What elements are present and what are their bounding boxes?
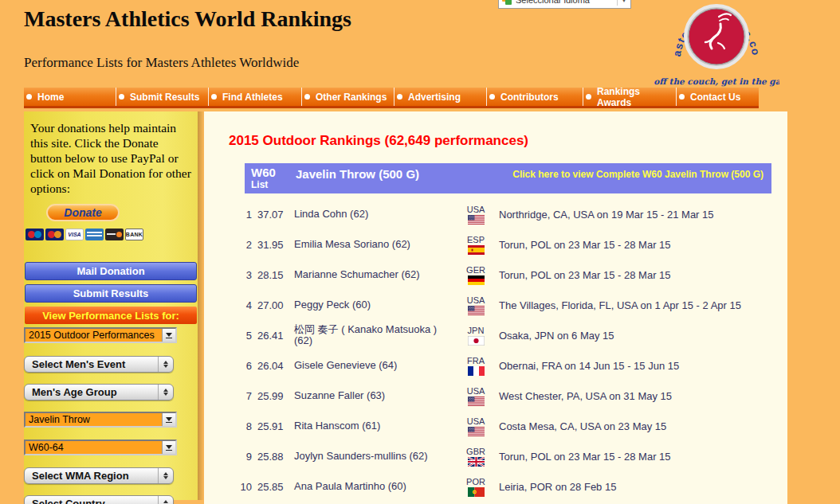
mark-cell: 28.15 [257, 269, 294, 281]
dropdown-2015-outdoor-performances[interactable]: 2015 Outdoor Performances [24, 327, 177, 343]
donate-button[interactable]: Donate [46, 204, 120, 221]
table-row: 4 27.00 Peggy Peck (60) USA The Villages… [204, 290, 779, 320]
location-cell: Costa Mesa, CA, USA on 23 May 15 [499, 420, 779, 432]
table-row: 5 26.41 松岡 奏子 ( Kanako Matsuoka ) (62) J… [204, 320, 779, 350]
country-flag-icon [468, 275, 485, 285]
country-cell: USA [457, 386, 494, 406]
mark-cell: 27.00 [257, 299, 294, 311]
filter-dropdowns: 2015 Outdoor Performances Select Men's E… [24, 327, 198, 504]
location-cell: West Chester, PA, USA on 31 May 15 [499, 390, 779, 402]
nav-bullet-icon [304, 94, 310, 100]
country-flag-icon [468, 366, 485, 376]
submit-results-button[interactable]: Submit Results [25, 284, 197, 303]
stepper-icon[interactable] [158, 468, 173, 483]
athlete-name-cell: Marianne Schumacher (62) [294, 269, 457, 280]
location-cell: Torun, POL on 23 Mar 15 - 28 Mar 15 [499, 269, 779, 281]
page-title: 2015 Outdoor Rankings (62,649 performanc… [229, 133, 787, 149]
nav-bullet-icon [119, 94, 124, 100]
sidebar-content-divider [198, 111, 204, 500]
location-cell: Obernai, FRA on 14 Jun 15 - 15 Jun 15 [499, 360, 779, 372]
mark-cell: 31.95 [257, 239, 294, 251]
rank-cell: 1 [204, 209, 252, 221]
dropdown-select-wma-region[interactable]: Select WMA Region [24, 467, 174, 484]
location-cell: The Villages, Florida, FL, USA on 1 Apr … [499, 299, 779, 311]
rank-cell: 2 [204, 239, 252, 251]
nav-item-other-rankings[interactable]: Other Rankings [302, 88, 394, 106]
country-flag-icon [468, 457, 485, 467]
stepper-icon[interactable] [158, 357, 173, 372]
dropdown-arrow-icon[interactable] [162, 413, 175, 426]
event-label: Javelin Throw (500 G) [296, 166, 419, 190]
logo-medal-icon [685, 5, 748, 68]
athlete-name-cell: Peggy Peck (60) [294, 299, 457, 311]
nav-bullet-icon [586, 94, 591, 100]
table-row: 8 25.91 Rita Hanscom (61) USA Costa Mesa… [204, 411, 779, 441]
results-table: 1 37.07 Linda Cohn (62) USA Northridge, … [204, 199, 779, 502]
rank-cell: 5 [204, 330, 252, 342]
dropdown-select-country[interactable]: Select Country [24, 495, 174, 504]
chevron-down-icon: ▼ [621, 0, 627, 4]
country-flag-icon [468, 397, 485, 406]
dropdown-javelin-throw[interactable]: Javelin Throw [24, 412, 177, 428]
table-row: 7 25.99 Suzanne Faller (63) USA West Che… [204, 381, 779, 411]
rank-cell: 4 [204, 299, 252, 311]
google-translate-icon [502, 0, 512, 5]
nav-item-advertising[interactable]: Advertising [394, 88, 487, 106]
table-row: 3 28.15 Marianne Schumacher (62) GER Tor… [204, 260, 779, 290]
country-cell: GBR [457, 447, 494, 467]
nav-item-rankings-awards[interactable]: Rankings Awards [583, 88, 677, 106]
mail-donation-button[interactable]: Mail Donation [25, 262, 197, 280]
table-row: 1 37.07 Linda Cohn (62) USA Northridge, … [204, 199, 779, 229]
dropdown-arrow-icon[interactable] [162, 329, 175, 342]
table-row: 9 25.88 Joylyn Saunders-mullins (62) GBR… [204, 441, 779, 471]
rank-cell: 8 [204, 420, 252, 432]
dropdown-select-men-s-event[interactable]: Select Men's Event [24, 356, 174, 373]
location-cell: Leiria, POR on 28 Feb 15 [499, 481, 779, 493]
table-row: 10 25.85 Ana Paula Martinho (60) POR Lei… [204, 471, 779, 502]
bank-card-icon: BANK [125, 229, 143, 240]
mark-cell: 25.88 [257, 451, 294, 463]
language-select-value: Seleccionar idioma [516, 0, 614, 5]
results-table-header: W60 List Javelin Throw (500 G) Click her… [245, 163, 771, 193]
country-cell: FRA [457, 356, 494, 376]
country-flag-icon [468, 215, 485, 225]
nav-item-contact-us[interactable]: Contact Us [677, 88, 752, 106]
location-cell: Northridge, CA, USA on 19 Mar 15 - 21 Ma… [499, 209, 779, 221]
rank-cell: 7 [204, 390, 252, 402]
rank-cell: 10 [204, 481, 252, 493]
complete-list-link[interactable]: Click here to view Complete W60 Javelin … [512, 166, 763, 190]
dropdown-w60-64[interactable]: W60-64 [24, 440, 177, 455]
country-cell: USA [457, 295, 494, 315]
mastercard-card-icon [45, 229, 64, 240]
location-cell: Torun, POL on 23 Mar 15 - 28 Mar 15 [499, 451, 779, 463]
nav-item-contributors[interactable]: Contributors [487, 88, 583, 106]
age-group-label: W60 List [251, 166, 296, 190]
nav-bullet-icon [211, 94, 217, 100]
nav-bullet-icon [397, 94, 402, 100]
country-flag-icon [468, 245, 485, 255]
country-cell: USA [457, 205, 494, 225]
stepper-icon[interactable] [158, 385, 173, 400]
stepper-icon[interactable] [158, 496, 173, 504]
translate-widget-clip: Seleccionar idioma ▼ [498, 0, 631, 9]
table-row: 2 31.95 Emilia Mesa Soriano (62) ESP Tor… [204, 229, 779, 260]
rank-cell: 9 [204, 451, 252, 463]
table-row: 6 26.04 Gisele Genevieve (64) FRA Oberna… [204, 350, 779, 381]
nav-item-home[interactable]: Home [24, 88, 116, 106]
country-flag-icon [468, 336, 485, 346]
nav-item-submit-results[interactable]: Submit Results [116, 88, 209, 106]
athlete-name-cell: Suzanne Faller (63) [294, 390, 457, 401]
nav-bullet-icon [679, 94, 685, 100]
main-content: 2015 Outdoor Rankings (62,649 performanc… [204, 111, 787, 504]
country-cell: GER [457, 265, 494, 285]
sidebar: Your donations help maintain this site. … [24, 111, 198, 500]
language-select[interactable]: Seleccionar idioma ▼ [498, 0, 631, 9]
country-flag-icon [468, 427, 485, 436]
athlete-name-cell: Linda Cohn (62) [294, 209, 457, 220]
mark-cell: 25.85 [257, 481, 294, 493]
nav-item-find-athletes[interactable]: Find Athletes [209, 88, 302, 106]
athlete-name-cell: Ana Paula Martinho (60) [294, 481, 457, 492]
dropdown-arrow-icon[interactable] [162, 441, 175, 454]
country-flag-icon [468, 487, 485, 497]
dropdown-men-s-age-group[interactable]: Men's Age Group [24, 384, 174, 400]
